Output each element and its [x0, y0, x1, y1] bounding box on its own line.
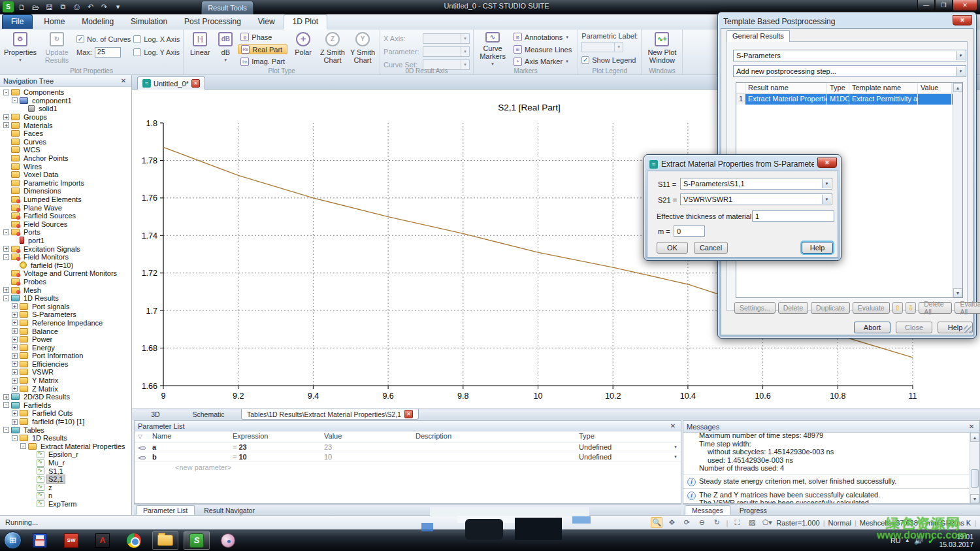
tree-expander-icon[interactable]: - — [12, 97, 18, 103]
tree-expander-icon[interactable]: + — [12, 353, 18, 359]
tree-expander-icon[interactable]: - — [12, 435, 18, 441]
tab-view[interactable]: View — [250, 15, 284, 29]
show-legend-checkbox[interactable]: ✓ Show Legend — [581, 54, 638, 65]
tree-item-probes[interactable]: Probes — [0, 278, 131, 286]
tree-item-solid1[interactable]: solid1 — [0, 105, 131, 113]
taskbar-explorer-icon[interactable] — [152, 531, 178, 550]
linear-button[interactable]: |∙| Linear — [187, 31, 213, 67]
tree-expander-icon[interactable]: + — [3, 114, 9, 120]
polar-button[interactable]: ✛ Polar — [290, 31, 316, 67]
result-group-select[interactable]: S-Parameters▼ — [733, 50, 966, 61]
tree-item-components[interactable]: -Components — [0, 88, 131, 97]
log-x-axis-checkbox[interactable]: Log. X Axis — [133, 33, 180, 44]
tab-parameter-list[interactable]: Parameter List — [136, 505, 195, 515]
tab-result-navigator[interactable]: Result Navigator — [197, 505, 262, 515]
tree-item-z-matrix[interactable]: +Z Matrix — [0, 384, 131, 393]
fit-view-icon[interactable]: ⛶ — [731, 517, 743, 528]
abort-button[interactable]: Abort — [854, 322, 890, 333]
tab-progress[interactable]: Progress — [732, 505, 774, 515]
tree-item-voltage-and-current-monitors[interactable]: Voltage and Current Monitors — [0, 269, 131, 278]
tree-item-dimensions[interactable]: Dimensions — [0, 187, 131, 195]
settings-button[interactable]: Settings... — [734, 302, 776, 314]
tree-item-component1[interactable]: -component1 — [0, 97, 131, 105]
imag-part-button[interactable]: Im Imag. Part — [238, 56, 287, 67]
tree-expander-icon[interactable]: + — [12, 419, 18, 425]
tree-item-z[interactable]: z — [0, 484, 131, 492]
tab-messages[interactable]: Messages — [685, 505, 730, 515]
close-button[interactable]: ✕ — [953, 0, 977, 11]
document-tab[interactable]: ≈ Untitled_0* ✕ — [137, 76, 205, 90]
tree-item-expterm[interactable]: ExpTerm — [0, 500, 131, 509]
tree-expander-icon[interactable]: + — [12, 378, 18, 384]
parameter-select[interactable]: ▼ — [423, 46, 470, 57]
taskbar-save-app-icon[interactable] — [27, 531, 53, 550]
view-cube-icon[interactable]: ⬠▾ — [761, 517, 773, 528]
parametric-label-select[interactable]: ▼ — [581, 42, 623, 52]
resize-grip[interactable] — [964, 326, 972, 333]
taskbar-paint-icon[interactable] — [215, 531, 241, 550]
tree-expander-icon[interactable]: + — [12, 328, 18, 334]
taskbar-solidworks-icon[interactable]: SW — [58, 531, 84, 550]
save-icon[interactable]: 🖫 — [44, 1, 55, 12]
delete-all-button[interactable]: Delete All — [919, 302, 952, 314]
tree-item-excitation-signals[interactable]: +Excitation Signals — [0, 244, 131, 253]
type-dropdown-icon[interactable]: ▼ — [674, 445, 678, 449]
curve-markers-button[interactable]: ∿ Curve Markers▼ — [477, 31, 508, 67]
tree-item-faces[interactable]: Faces — [0, 129, 131, 138]
tree-expander-icon[interactable]: + — [12, 344, 18, 350]
tree-item-energy[interactable]: +Energy — [0, 343, 131, 352]
taskbar-autocad-icon[interactable]: A — [90, 531, 116, 550]
context-tab-result-tools[interactable]: Result Tools — [201, 1, 253, 14]
m-input[interactable]: 0 — [674, 225, 705, 237]
tab-home[interactable]: Home — [35, 15, 73, 29]
tree-item-farfield-f-10-1[interactable]: +farfield (f=10) [1] — [0, 418, 131, 426]
open-file-icon[interactable]: 🗁 — [30, 1, 41, 12]
tree-item-1d-results[interactable]: -1D Results — [0, 434, 131, 442]
tree-expander-icon[interactable]: + — [3, 122, 9, 128]
tree-expander-icon[interactable]: - — [3, 90, 9, 95]
max-curves-input[interactable]: 25 — [95, 47, 121, 58]
tree-item-s1-1[interactable]: S1,1 — [0, 467, 131, 475]
mesh-view-icon[interactable]: ▨ — [746, 517, 758, 528]
tree-item-plane-wave[interactable]: Plane Wave — [0, 203, 131, 212]
tree-expander-icon[interactable]: - — [3, 427, 9, 433]
tab-simulation[interactable]: Simulation — [122, 15, 176, 29]
table-row-selected[interactable]: 1Extract Material PropertiesM1DCExtract … — [736, 94, 962, 105]
tree-expander-icon[interactable]: - — [3, 295, 9, 301]
tree-item-ports[interactable]: -Ports — [0, 228, 131, 237]
tree-item-field-monitors[interactable]: -Field Monitors — [0, 253, 131, 261]
add-postprocessing-step-select[interactable]: Add new postprocessing step...▼ — [733, 65, 966, 77]
tree-item-balance[interactable]: +Balance — [0, 327, 131, 335]
tree-item-materials[interactable]: +Materials — [0, 121, 131, 129]
tree-item-1d-results[interactable]: -1D Results — [0, 294, 131, 303]
z-smith-chart-button[interactable]: Z Z Smith Chart — [319, 31, 346, 67]
evaluate-button[interactable]: Evaluate — [853, 302, 890, 314]
scroll-thumb[interactable] — [971, 469, 979, 488]
tree-item-wires[interactable]: Wires — [0, 162, 131, 171]
tree-item-tables[interactable]: -Tables — [0, 426, 131, 434]
ok-button[interactable]: OK — [657, 242, 688, 254]
tree-item-wcs[interactable]: WCS — [0, 146, 131, 154]
tree-item-reference-impedance[interactable]: +Reference Impedance — [0, 319, 131, 327]
start-button[interactable]: ⊞ — [4, 531, 22, 549]
help-button[interactable]: Help — [802, 242, 833, 254]
tree-item-farfield-cuts[interactable]: +Farfield Cuts — [0, 409, 131, 418]
scroll-down-icon[interactable]: ▼ — [970, 494, 979, 503]
tree-expander-icon[interactable]: - — [3, 402, 9, 408]
s11-select[interactable]: S-Parameters\S1,1▼ — [680, 178, 832, 190]
tab-3d[interactable]: 3D — [135, 409, 176, 420]
pan-tool-icon[interactable]: ✥ — [666, 517, 678, 528]
y-smith-chart-button[interactable]: Y Y Smith Chart — [349, 31, 376, 67]
zoom-out-icon[interactable]: ⊖ — [696, 517, 708, 528]
spin-icon[interactable]: ↻ — [711, 517, 723, 528]
close-dialog-button[interactable]: ✕ — [817, 158, 837, 168]
tree-item-port-information[interactable]: +Port Information — [0, 352, 131, 360]
cancel-button[interactable]: Cancel — [694, 242, 728, 254]
parameter-row-b[interactable]: b= 1010Undefined▼ — [135, 452, 681, 462]
tab-1d-plot[interactable]: 1D Plot — [284, 14, 327, 29]
tree-item-voxel-data[interactable]: Voxel Data — [0, 171, 131, 179]
tree-item-mu-r[interactable]: Mu_r — [0, 459, 131, 467]
close-panel-icon[interactable]: ✕ — [119, 76, 128, 86]
tree-item-port-signals[interactable]: +Port signals — [0, 302, 131, 310]
evaluate-all-button[interactable]: Evaluate All — [955, 302, 980, 314]
